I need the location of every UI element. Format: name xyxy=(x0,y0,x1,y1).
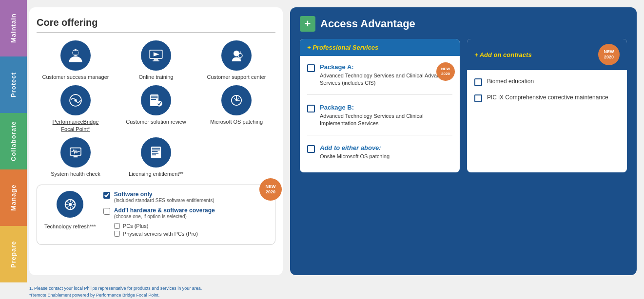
package-a-item: Package A: Advanced Technology Services … xyxy=(307,63,452,95)
software-only-sublabel: (included standard SES software entitlem… xyxy=(114,198,215,203)
customer-solution-review-label: Customer solution review xyxy=(126,118,186,125)
tech-refresh-col: Technology refresh*** xyxy=(44,191,96,229)
add-on-contracts-tab-label: + Add on contracts xyxy=(474,51,532,58)
package-b-content: Package B: Advanced Technology Services … xyxy=(320,104,452,128)
svg-point-17 xyxy=(235,100,237,101)
biomed-education-checkbox[interactable] xyxy=(474,78,482,86)
licensing-entitlement-label: Licensing entitlement** xyxy=(129,170,183,177)
sidebar-tab-maintain-label: Maintain xyxy=(10,14,17,43)
addl-hardware-text: Add'l hardware & software coverage (choo… xyxy=(114,207,215,219)
icon-item-microsoft-os-patching: Microsoft OS patching xyxy=(197,85,275,132)
customer-solution-review-icon xyxy=(141,85,171,115)
addl-hardware-label: Add'l hardware & software coverage xyxy=(114,207,215,214)
sidebar-tab-protect[interactable]: Protect xyxy=(0,56,27,113)
aa-header: + Access Advantage xyxy=(300,16,627,32)
svg-rect-5 xyxy=(154,59,158,61)
aa-title: Access Advantage xyxy=(320,18,415,30)
pcs-plus-checkbox[interactable] xyxy=(114,223,120,229)
icon-item-online-training: Online training xyxy=(117,40,195,80)
sidebar-tab-prepare-label: Prepare xyxy=(10,241,17,267)
aa-plus-icon: + xyxy=(300,16,315,32)
sidebar-tab-maintain[interactable]: Maintain xyxy=(0,0,27,56)
system-health-check-label: System health check xyxy=(51,170,100,177)
package-a-new-badge: NEW 2020 xyxy=(436,62,455,81)
svg-point-10 xyxy=(74,99,77,102)
add-on-contracts-panel: + Add on contracts NEW 2020 Biomed educa… xyxy=(467,39,627,172)
package-b-checkbox[interactable] xyxy=(307,105,315,112)
performance-bridge-label: PerformanceBridgeFocal Point* xyxy=(53,118,99,132)
pic-ix-label: PIC iX Comprehensive corrective maintena… xyxy=(487,93,608,102)
aa-content: + Professional Services Package A: Advan… xyxy=(300,39,627,172)
sub-options: PCs (Plus) Physical servers with PCs (Pr… xyxy=(114,223,268,237)
sidebar-tab-manage[interactable]: Manage xyxy=(0,169,27,226)
software-only-option[interactable]: Software only (included standard SES sof… xyxy=(103,191,268,203)
svg-rect-23 xyxy=(152,150,160,150)
icon-item-licensing-entitlement: Licensing entitlement** xyxy=(117,137,195,177)
core-offering-title: Core offering xyxy=(37,17,275,33)
microsoft-os-patching-icon xyxy=(221,85,252,115)
software-only-checkbox[interactable] xyxy=(103,192,110,199)
add-to-either-item: Add to either above: Onsite Microsoft OS… xyxy=(307,144,452,168)
add-to-either-title: Add to either above: xyxy=(320,144,452,151)
software-options-box: NEW 2020 Technology refresh*** Software … xyxy=(37,185,275,245)
physical-servers-option[interactable]: Physical servers with PCs (Pro) xyxy=(114,231,268,237)
pic-ix-checkbox[interactable] xyxy=(474,94,482,102)
svg-rect-20 xyxy=(74,156,78,158)
customer-success-manager-icon xyxy=(60,40,91,71)
icon-item-performance-bridge: PerformanceBridgeFocal Point* xyxy=(37,85,115,132)
professional-services-tab-label: + Professional Services xyxy=(307,44,378,51)
add-to-either-checkbox[interactable] xyxy=(307,145,315,153)
pcs-plus-label: PCs (Plus) xyxy=(123,223,149,229)
package-a-desc: Advanced Technology Services and Clinica… xyxy=(320,72,452,87)
new-badge: NEW 2020 xyxy=(259,178,282,201)
tech-refresh-label: Technology refresh*** xyxy=(44,224,96,229)
svg-rect-14 xyxy=(151,99,156,100)
package-b-item: Package B: Advanced Technology Services … xyxy=(307,104,452,135)
online-training-label: Online training xyxy=(139,74,174,80)
add-on-contracts-header[interactable]: + Add on contracts NEW 2020 xyxy=(467,39,627,70)
svg-rect-13 xyxy=(151,97,158,98)
sidebar-tab-protect-label: Protect xyxy=(10,72,17,97)
software-only-text: Software only (included standard SES sof… xyxy=(114,191,215,203)
access-advantage-panel: + Access Advantage + Professional Servic… xyxy=(290,7,637,275)
physical-servers-checkbox[interactable] xyxy=(114,231,120,237)
addl-hardware-checkbox[interactable] xyxy=(103,208,110,215)
sidebar-tab-collaborate-label: Collaborate xyxy=(10,121,17,162)
sidebar-tab-manage-label: Manage xyxy=(10,185,17,211)
sidebar: Maintain Protect Collaborate Manage Prep… xyxy=(0,0,27,282)
package-a-content: Package A: Advanced Technology Services … xyxy=(320,63,452,87)
package-a-checkbox[interactable] xyxy=(307,64,315,72)
online-training-icon xyxy=(141,40,171,71)
performance-bridge-icon xyxy=(60,85,91,115)
svg-rect-22 xyxy=(152,148,160,149)
icon-item-customer-support-center: Customer support center xyxy=(197,40,275,80)
package-b-title: Package B: xyxy=(320,104,452,111)
system-health-check-icon xyxy=(60,137,91,168)
add-on-contracts-body: Biomed education PIC iX Comprehensive co… xyxy=(467,70,627,114)
addl-hardware-option[interactable]: Add'l hardware & software coverage (choo… xyxy=(103,207,268,219)
professional-services-header[interactable]: + Professional Services xyxy=(300,39,460,56)
svg-rect-12 xyxy=(151,96,158,97)
svg-rect-24 xyxy=(152,151,158,152)
package-a-title: Package A: xyxy=(320,63,452,71)
svg-rect-6 xyxy=(153,60,159,61)
add-to-either-content: Add to either above: Onsite Microsoft OS… xyxy=(320,144,452,160)
footer-notes: 1. Please contact your local Philips rep… xyxy=(0,282,644,299)
add-to-either-desc: Onsite Microsoft OS patching xyxy=(320,153,452,160)
biomed-education-item: Biomed education xyxy=(474,77,620,86)
software-only-label: Software only xyxy=(114,191,215,198)
core-offering-panel: Core offering Customer success manager O… xyxy=(29,7,283,275)
biomed-education-label: Biomed education xyxy=(487,77,534,86)
icon-item-system-health-check: System health check xyxy=(37,137,115,177)
addl-hardware-sublabel: (choose one, if option is selected) xyxy=(114,214,215,219)
svg-rect-26 xyxy=(152,154,156,155)
sidebar-tab-prepare[interactable]: Prepare xyxy=(0,226,27,282)
physical-servers-label: Physical servers with PCs (Pro) xyxy=(123,231,198,237)
software-options-col: Software only (included standard SES sof… xyxy=(103,191,268,239)
pic-ix-item: PIC iX Comprehensive corrective maintena… xyxy=(474,93,620,102)
svg-point-8 xyxy=(238,54,242,58)
sidebar-tab-collaborate[interactable]: Collaborate xyxy=(0,113,27,169)
customer-support-center-icon xyxy=(221,40,252,71)
pcs-plus-option[interactable]: PCs (Plus) xyxy=(114,223,268,229)
svg-point-28 xyxy=(68,203,72,206)
